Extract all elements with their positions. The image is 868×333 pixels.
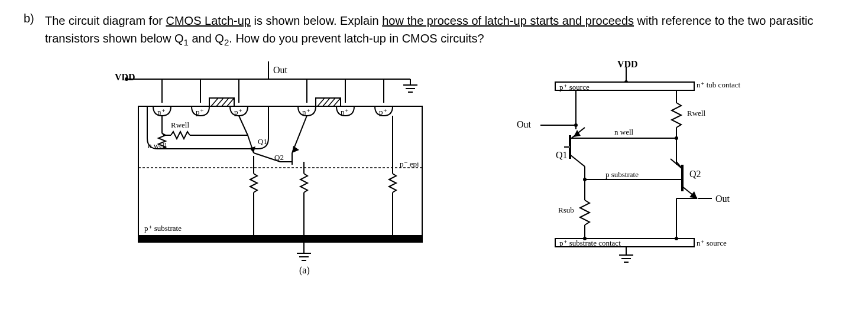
qtext-end: . How do you prevent latch-up in CMOS ci… — [229, 32, 484, 45]
qtext-u1: CMOS Latch-up — [166, 14, 251, 27]
left-diff-n3: n⁺ — [341, 107, 349, 117]
left-diff-n1: n⁺ — [157, 107, 166, 117]
right-ntub-label: n⁺ tub contact — [697, 80, 740, 90]
left-q1-label: Q1 — [258, 137, 267, 146]
svg-line-62 — [570, 155, 585, 166]
right-psource-label: p⁺ source — [559, 83, 590, 92]
right-out2-label: Out — [715, 194, 730, 204]
left-nwell-label: n well — [148, 141, 167, 151]
left-caption: (a) — [299, 265, 310, 276]
left-vdd-label: VDD — [115, 72, 135, 83]
figures-row: VDD Out n⁺ p⁺ p⁺ n⁺ n⁺ p⁺ Rwell n well Q… — [24, 61, 844, 286]
left-psub-label: p⁺ substrate — [144, 224, 182, 233]
svg-marker-86 — [689, 191, 697, 198]
right-psub-label: p substrate — [605, 170, 639, 179]
question-block: b) The circuit diagram for CMOS Latch-up… — [24, 12, 844, 50]
svg-point-104 — [675, 237, 678, 240]
left-diff-p3: p⁺ — [379, 107, 387, 117]
left-diff-p1: p⁺ — [196, 107, 204, 117]
qtext-sub1: 1 — [184, 37, 189, 47]
right-psubc-label: p⁺ substrate contact — [559, 239, 621, 248]
qtext-mid1: is shown below. Explain — [251, 14, 382, 27]
left-out-label: Out — [273, 65, 287, 76]
question-label: b) — [24, 12, 38, 25]
left-q2-label: Q2 — [274, 153, 284, 162]
cross-section-figure: VDD Out n⁺ p⁺ p⁺ n⁺ n⁺ p⁺ Rwell n well Q… — [115, 61, 440, 286]
right-q1-label: Q1 — [556, 150, 568, 161]
right-q2-label: Q2 — [689, 169, 701, 179]
right-vdd-label: VDD — [617, 59, 638, 70]
question-text: The circuit diagram for CMOS Latch-up is… — [45, 12, 844, 50]
cross-section-svg — [115, 61, 440, 286]
left-diff-p2: p⁺ — [234, 107, 242, 117]
left-diff-n2: n⁺ — [302, 107, 310, 117]
left-pepi-label: p⁻ epi — [400, 159, 419, 169]
qtext-pre: The circuit diagram for — [45, 14, 166, 27]
qtext-and: and Q — [189, 32, 224, 45]
right-nsrc-label: n⁺ source — [697, 239, 727, 248]
right-rwell-label: Rwell — [687, 109, 705, 118]
qtext-u2: how the process of latch-up starts and p… — [382, 14, 634, 27]
right-nwell-label: n well — [614, 128, 633, 137]
right-out1-label: Out — [517, 119, 531, 130]
right-rsub-label: Rsub — [558, 205, 574, 215]
left-rwell-label: Rwell — [171, 120, 189, 130]
equiv-circuit-figure: VDD p⁺ source n⁺ tub contact Rwell Out n… — [499, 61, 753, 274]
